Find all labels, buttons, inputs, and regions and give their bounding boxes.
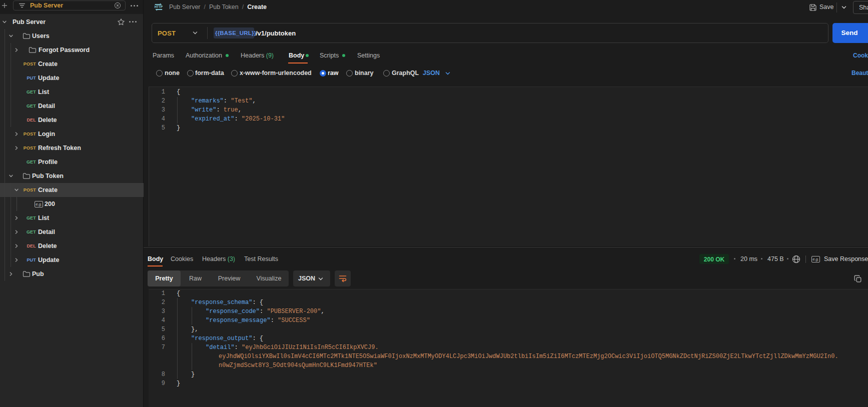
svg-text:HTTP: HTTP [155,4,163,9]
